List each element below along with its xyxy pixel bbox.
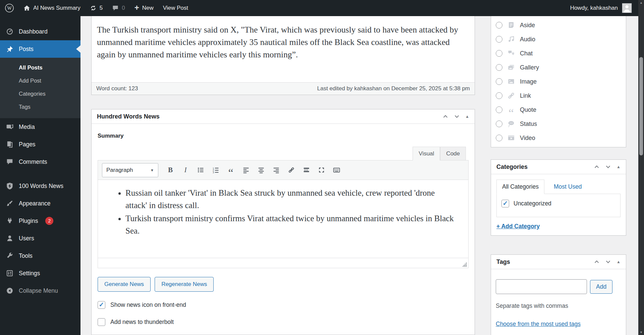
choose-most-used-tags-link[interactable]: Choose from the most used tags xyxy=(496,321,581,328)
radio-button[interactable] xyxy=(496,135,502,141)
submenu-categories[interactable]: Categories xyxy=(0,87,80,100)
move-up-button[interactable] xyxy=(594,164,600,170)
bold-button[interactable]: B xyxy=(164,164,177,176)
regenerate-news-button[interactable]: Regenerate News xyxy=(155,277,214,292)
updates-menu[interactable]: 5 xyxy=(85,0,107,16)
tab-all-categories[interactable]: All Categories xyxy=(496,180,544,194)
editor-content-area[interactable]: Russian oil tanker 'Virat' in Black Sea … xyxy=(98,180,468,258)
format-label[interactable]: Status xyxy=(520,121,537,128)
bullet-list-button[interactable] xyxy=(194,164,207,176)
comments-menu[interactable]: 0 xyxy=(107,0,129,16)
move-down-button[interactable] xyxy=(605,164,611,170)
radio-button[interactable] xyxy=(496,92,502,99)
keyboard-shortcuts-button[interactable] xyxy=(330,164,343,176)
submenu-tags[interactable]: Tags xyxy=(0,100,80,113)
sidebar-item-media[interactable]: Media xyxy=(0,118,80,136)
add-news-thunderbolt-label[interactable]: Add news to thunderbolt xyxy=(110,319,174,326)
move-down-button[interactable] xyxy=(454,113,460,119)
collapse-menu-button[interactable]: Collapse Menu xyxy=(0,282,80,299)
submenu-add-post[interactable]: Add Post xyxy=(0,74,80,87)
numbered-list-button[interactable]: 123 xyxy=(209,164,222,176)
format-label[interactable]: Video xyxy=(520,135,535,142)
align-center-button[interactable] xyxy=(255,164,267,176)
generate-news-button[interactable]: Generate News xyxy=(98,277,151,292)
comment-bubble-icon xyxy=(112,5,119,11)
sidebar-item-dashboard[interactable]: Dashboard xyxy=(0,23,80,40)
toggle-panel-button[interactable]: ▲ xyxy=(616,164,621,169)
sidebar-item-comments[interactable]: Comments xyxy=(0,153,80,171)
scroll-up-arrow-icon[interactable]: ▲ xyxy=(638,0,644,5)
sidebar-item-users[interactable]: Users xyxy=(0,230,80,247)
post-body-text[interactable]: The Turkish transport ministry said on X… xyxy=(92,16,475,82)
radio-button[interactable] xyxy=(496,78,502,85)
sidebar-item-plugins[interactable]: Plugins 2 xyxy=(0,212,80,230)
wordpress-menu[interactable]: W xyxy=(0,0,19,16)
categories-metabox: Categories ▲ All Categories Most Used ✓ … xyxy=(491,159,626,236)
submenu-all-posts[interactable]: All Posts xyxy=(0,61,80,74)
show-news-icon-label[interactable]: Show news icon on front-end xyxy=(110,301,186,308)
category-label[interactable]: Uncategorized xyxy=(514,200,551,207)
radio-button[interactable] xyxy=(496,36,502,43)
show-news-icon-checkbox[interactable]: ✓ xyxy=(98,301,105,309)
format-option-gallery[interactable]: Gallery xyxy=(491,60,626,75)
format-label[interactable]: Gallery xyxy=(520,64,539,71)
add-category-link[interactable]: + Add Category xyxy=(496,223,540,230)
format-option-quote[interactable]: “ Quote xyxy=(491,103,626,117)
format-option-image[interactable]: Image xyxy=(491,75,626,89)
scrollbar-thumb[interactable] xyxy=(639,57,643,155)
align-right-button[interactable] xyxy=(270,164,282,176)
view-post-link[interactable]: View Post xyxy=(158,0,193,16)
sidebar-item-label: Users xyxy=(19,235,34,242)
format-label[interactable]: Link xyxy=(520,92,531,99)
radio-button[interactable] xyxy=(496,22,502,29)
radio-button[interactable] xyxy=(496,106,502,113)
format-label[interactable]: Quote xyxy=(520,106,536,113)
blockquote-button[interactable]: “ xyxy=(224,164,237,176)
new-tag-input[interactable] xyxy=(496,279,587,294)
page-scrollbar[interactable]: ▲ ▼ xyxy=(638,0,644,335)
resize-grippy-icon[interactable] xyxy=(463,262,467,267)
italic-button[interactable]: I xyxy=(179,164,192,176)
read-more-button[interactable] xyxy=(300,164,313,176)
paragraph-format-select[interactable]: Paragraph ▼ xyxy=(102,163,158,177)
site-link[interactable]: AI News Summary xyxy=(19,0,85,16)
insert-link-button[interactable] xyxy=(285,164,298,176)
move-up-button[interactable] xyxy=(442,113,448,119)
tab-most-used[interactable]: Most Used xyxy=(548,180,587,194)
format-label[interactable]: Aside xyxy=(520,22,535,29)
uncategorized-checkbox[interactable]: ✓ xyxy=(501,200,509,207)
tab-visual[interactable]: Visual xyxy=(413,147,440,160)
scroll-down-arrow-icon[interactable]: ▼ xyxy=(638,330,644,335)
howdy-text[interactable]: Howdy, kahkashan xyxy=(570,5,618,11)
toggle-panel-button[interactable]: ▲ xyxy=(465,114,469,119)
move-down-button[interactable] xyxy=(605,259,611,265)
radio-button[interactable] xyxy=(496,50,502,57)
sidebar-item-tools[interactable]: Tools xyxy=(0,247,80,265)
radio-button[interactable] xyxy=(496,121,502,127)
sidebar-item-label: Appearance xyxy=(19,200,50,207)
radio-button[interactable] xyxy=(496,64,502,71)
sidebar-item-appearance[interactable]: Appearance xyxy=(0,195,80,212)
add-tag-button[interactable]: Add xyxy=(590,280,612,294)
format-label[interactable]: Image xyxy=(520,78,537,85)
fullscreen-button[interactable] xyxy=(315,164,328,176)
move-up-button[interactable] xyxy=(594,259,600,265)
sidebar-item-posts[interactable]: Posts xyxy=(0,40,80,58)
add-news-thunderbolt-checkbox[interactable] xyxy=(98,318,105,326)
format-option-aside[interactable]: Aside xyxy=(491,18,626,32)
new-menu[interactable]: + New xyxy=(130,0,158,16)
sidebar-item-settings[interactable]: Settings xyxy=(0,265,80,282)
avatar[interactable] xyxy=(622,3,632,13)
format-option-audio[interactable]: Audio xyxy=(491,32,626,46)
summary-bullet: Russian oil tanker 'Virat' in Black Sea … xyxy=(125,187,455,211)
sidebar-item-pages[interactable]: Pages xyxy=(0,136,80,153)
format-option-chat[interactable]: Chat xyxy=(491,46,626,60)
sidebar-item-100-words-news[interactable]: 100 Words News xyxy=(0,177,80,195)
tab-code[interactable]: Code xyxy=(440,147,466,160)
align-left-button[interactable] xyxy=(239,164,252,176)
format-label[interactable]: Audio xyxy=(520,36,535,43)
toggle-panel-button[interactable]: ▲ xyxy=(616,259,621,264)
format-label[interactable]: Chat xyxy=(520,50,533,57)
format-option-link[interactable]: Link xyxy=(491,89,626,103)
format-option-video[interactable]: Video xyxy=(491,131,626,145)
